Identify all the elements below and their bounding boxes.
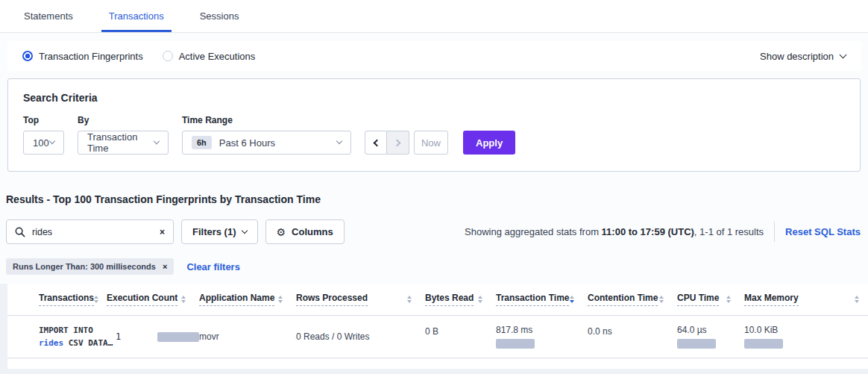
top-tabs: Statements Transactions Sessions (0, 0, 868, 33)
view-toggle-bar: Transaction Fingerprints Active Executio… (7, 41, 861, 71)
transaction-fingerprint-cell: IMPORT INTO rides CSV DATA… (39, 324, 107, 349)
column-header-rows-processed[interactable]: Rows Processed (296, 293, 425, 306)
chevron-down-icon (241, 227, 247, 233)
show-description-toggle[interactable]: Show description (760, 51, 846, 62)
chevron-left-icon (374, 139, 381, 146)
radio-label: Transaction Fingerprints (39, 51, 143, 62)
gear-icon: ⚙ (277, 227, 286, 237)
transaction-time-bar (496, 339, 535, 349)
column-header-transactions[interactable]: Transactions (39, 293, 107, 306)
remove-filter-icon[interactable]: × (163, 263, 167, 271)
radio-active-executions[interactable]: Active Executions (163, 51, 256, 62)
column-header-cpu-time[interactable]: CPU Time (677, 293, 744, 306)
search-criteria-title: Search Criteria (23, 92, 845, 104)
search-icon (15, 227, 25, 237)
time-range-value: Past 6 Hours (219, 137, 275, 149)
now-button[interactable]: Now (414, 131, 448, 155)
results-table-section: Transactions Execution Count Application… (0, 284, 868, 374)
active-filters-row: Runs Longer Than: 300 milliseconds × Cle… (6, 258, 868, 275)
execution-count-cell: 1 (107, 331, 199, 342)
table-header-row: Transactions Execution Count Application… (7, 284, 868, 316)
search-input[interactable] (32, 227, 160, 237)
by-label: By (78, 115, 169, 125)
top-select[interactable]: 100 (23, 131, 64, 155)
by-field: By Transaction Time (78, 115, 169, 155)
chevron-down-icon (840, 51, 847, 58)
contention-time-cell: 0.0 ns (588, 316, 677, 337)
tab-transactions[interactable]: Transactions (101, 0, 172, 32)
sort-icons (181, 296, 186, 303)
filters-label: Filters (1) (192, 226, 236, 237)
divider (774, 222, 775, 242)
apply-button[interactable]: Apply (463, 131, 515, 155)
results-toolbar: × Filters (1) ⚙ Columns Showing aggregat… (6, 219, 861, 244)
cpu-time-bar (677, 339, 716, 349)
sort-icons (278, 296, 283, 303)
time-window-arrows (365, 131, 409, 155)
rows-processed-cell: 0 Reads / 0 Writes (296, 331, 425, 342)
transaction-time-cell: 817.8 ms (496, 325, 588, 349)
reset-sql-stats-link[interactable]: Reset SQL Stats (785, 226, 861, 237)
results-heading: Results - Top 100 Transaction Fingerprin… (6, 193, 868, 205)
column-header-bytes-read[interactable]: Bytes Read (425, 293, 496, 306)
max-memory-cell: 10.0 KiB (744, 325, 861, 349)
sort-icons (726, 296, 731, 303)
results-table: Transactions Execution Count Application… (7, 284, 868, 369)
sort-icons-active-desc (570, 296, 574, 303)
stats-time-range: 11:00 to 17:59 (UTC) (602, 226, 694, 237)
column-header-contention-time[interactable]: Contention Time (588, 293, 677, 306)
next-time-window-button[interactable] (387, 131, 409, 155)
time-range-label: Time Range (182, 115, 351, 125)
chevron-down-icon (49, 138, 55, 144)
top-select-value: 100 (33, 137, 49, 149)
time-range-field: Time Range 6h Past 6 Hours (182, 115, 351, 155)
by-select[interactable]: Transaction Time (78, 131, 169, 155)
by-select-value: Transaction Time (87, 131, 154, 154)
top-field: Top 100 (23, 115, 64, 155)
columns-button[interactable]: ⚙ Columns (265, 219, 345, 244)
radio-unselected-icon (163, 51, 173, 61)
sort-icons (659, 296, 664, 303)
chevron-right-icon (393, 139, 400, 146)
column-header-max-memory[interactable]: Max Memory (744, 293, 861, 306)
column-header-application-name[interactable]: Application Name (199, 293, 296, 306)
clear-filters-link[interactable]: Clear filters (186, 261, 240, 272)
sort-icons (478, 296, 482, 303)
radio-transaction-fingerprints[interactable]: Transaction Fingerprints (22, 51, 143, 62)
radio-label: Active Executions (179, 51, 256, 62)
transaction-link[interactable]: rides (39, 338, 63, 348)
sort-icons (407, 296, 412, 303)
application-name-cell: movr (199, 331, 296, 342)
sort-icons (94, 296, 98, 303)
table-row: IMPORT INTO rides CSV DATA… 1 movr 0 Rea… (7, 316, 868, 358)
column-header-execution-count[interactable]: Execution Count (107, 293, 199, 306)
filters-button[interactable]: Filters (1) (181, 219, 258, 244)
max-memory-bar (744, 339, 783, 349)
search-box[interactable]: × (6, 219, 174, 244)
bytes-read-cell: 0 B (425, 316, 496, 337)
clear-search-icon[interactable]: × (160, 228, 165, 237)
search-criteria-panel: Search Criteria Top 100 By Transaction T… (7, 78, 861, 172)
chevron-down-icon (336, 138, 342, 144)
filter-chip-label: Runs Longer Than: 300 milliseconds (13, 262, 156, 271)
filter-chip[interactable]: Runs Longer Than: 300 milliseconds × (6, 258, 174, 275)
tab-statements[interactable]: Statements (16, 0, 81, 32)
tab-sessions[interactable]: Sessions (192, 0, 247, 32)
sort-icons (855, 296, 859, 303)
previous-time-window-button[interactable] (365, 131, 387, 155)
top-label: Top (23, 115, 64, 125)
show-description-label: Show description (760, 51, 834, 62)
execution-count-bar (157, 332, 199, 342)
cpu-time-cell: 64.0 µs (677, 325, 744, 349)
time-range-select[interactable]: 6h Past 6 Hours (182, 131, 351, 155)
columns-label: Columns (292, 226, 333, 237)
radio-selected-icon (22, 51, 33, 61)
column-header-transaction-time[interactable]: Transaction Time (496, 293, 588, 306)
aggregated-stats-text: Showing aggregated stats from 11:00 to 1… (465, 226, 764, 237)
time-range-badge: 6h (192, 136, 212, 149)
